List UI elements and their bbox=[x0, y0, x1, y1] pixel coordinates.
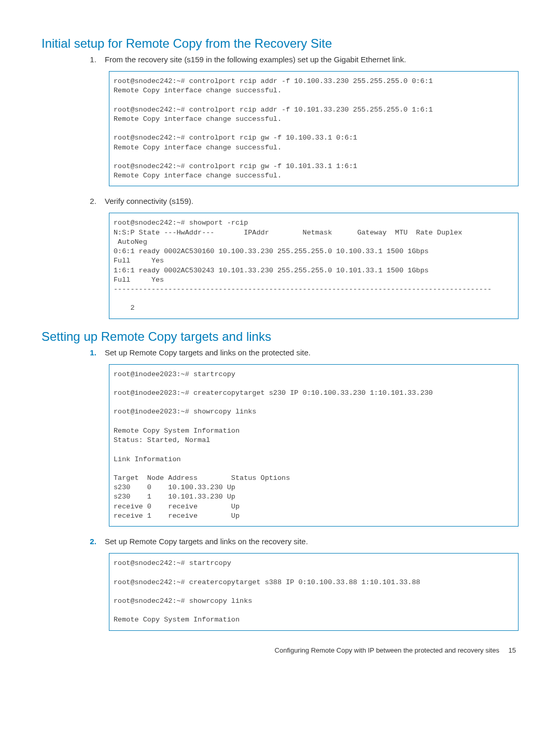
section2-code2: root@snodec242:~# startrcopy root@snodec… bbox=[109, 553, 519, 631]
section1-step1: From the recovery site (s159 in the foll… bbox=[99, 55, 519, 64]
section2-heading: Setting up Remote Copy targets and links bbox=[41, 329, 519, 344]
page-number: 15 bbox=[509, 646, 516, 654]
section1-code1: root@snodec242:~# controlport rcip addr … bbox=[109, 71, 519, 186]
section1-code2: root@snodec242:~# showport -rcip N:S:P S… bbox=[109, 213, 519, 319]
footer-text: Configuring Remote Copy with IP between … bbox=[275, 646, 499, 654]
section2-step2: Set up Remote Copy targets and links on … bbox=[99, 537, 519, 546]
section2-code1: root@inodee2023:~# startrcopy root@inode… bbox=[109, 364, 519, 527]
section1-heading: Initial setup for Remote Copy from the R… bbox=[41, 36, 519, 51]
section1-step2: Verify connectivity (s159). bbox=[99, 197, 519, 205]
page-footer: Configuring Remote Copy with IP between … bbox=[41, 646, 519, 654]
section2-step1: Set up Remote Copy targets and links on … bbox=[99, 348, 519, 357]
